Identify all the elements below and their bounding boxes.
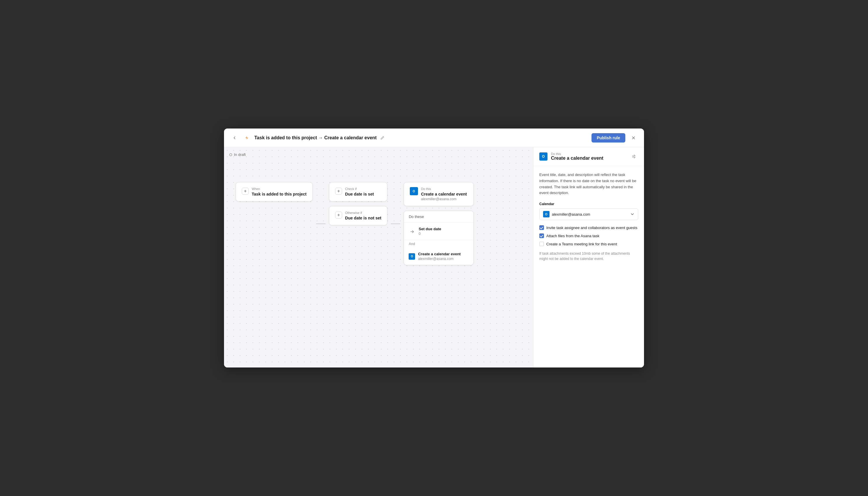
- when-node[interactable]: + When Task is added to this project: [236, 182, 313, 201]
- svg-text:O: O: [413, 190, 415, 193]
- checkbox-attach-box: [539, 233, 544, 238]
- description-text: Event title, date, and description will …: [539, 172, 638, 196]
- outlook-icon-sm: O: [409, 253, 415, 260]
- create-calendar-subtitle: alexmiller@asana.com: [418, 257, 461, 261]
- otherwise-node-text: Otherwise if Due date is not set: [345, 211, 381, 220]
- calendar-select[interactable]: O alexmiller@asana.com: [539, 208, 638, 220]
- edit-icon[interactable]: [379, 135, 385, 141]
- lightning-button[interactable]: [242, 133, 251, 142]
- modal-header: Task is added to this project → Create a…: [224, 128, 644, 147]
- connector-line-2: [391, 223, 400, 224]
- when-plus-icon: +: [242, 188, 249, 195]
- do-this-title: Create a calendar event: [421, 192, 467, 197]
- check-node-text: Check if Due date is set: [345, 187, 374, 197]
- side-panel-header: O Do this Create a calendar event: [534, 147, 644, 166]
- and-label: And: [404, 240, 473, 248]
- when-title: Task is added to this project: [252, 192, 306, 197]
- when-label: When: [252, 187, 306, 190]
- action-column: O Do this Create a calendar event alexmi…: [404, 182, 474, 265]
- checkbox-teams-box: [539, 242, 544, 246]
- checkbox-group: Invite task assignee and collaborators a…: [539, 225, 638, 246]
- checkbox-teams-label: Create a Teams meeting link for this eve…: [546, 242, 617, 246]
- checkbox-attach[interactable]: Attach files from the Asana task: [539, 233, 638, 238]
- do-these-block: Do these Set due date 0: [404, 211, 474, 265]
- create-calendar-item[interactable]: O Create a calendar event alexmiller@asa…: [404, 248, 473, 265]
- set-due-date-title: Set due date: [419, 227, 441, 231]
- connector-1: [313, 223, 329, 224]
- draft-circle-icon: [229, 153, 232, 156]
- check-column: + Check if Due date is set + Otherwise i…: [329, 182, 387, 225]
- otherwise-title: Due date is not set: [345, 216, 381, 220]
- do-this-node[interactable]: O Do this Create a calendar event alexmi…: [404, 182, 474, 206]
- info-text: If task attachments exceed 10mb some of …: [539, 251, 638, 261]
- create-calendar-text: Create a calendar event alexmiller@asana…: [418, 252, 461, 261]
- modal-wrapper: Task is added to this project → Create a…: [224, 128, 644, 368]
- checkbox-invite-label: Invite task assignee and collaborators a…: [546, 226, 637, 230]
- do-this-node-row: O Do this Create a calendar event alexmi…: [410, 187, 467, 201]
- check-plus-icon: +: [335, 188, 342, 195]
- side-panel-title: Create a calendar event: [551, 156, 625, 161]
- otherwise-node[interactable]: + Otherwise if Due date is not set: [329, 206, 387, 225]
- header-left: Task is added to this project → Create a…: [230, 133, 592, 142]
- check-title: Due date is set: [345, 192, 374, 197]
- draft-label: In draft: [234, 152, 245, 157]
- connector-2: [387, 223, 404, 224]
- check-node[interactable]: + Check if Due date is set: [329, 182, 387, 201]
- arrow-icon: [409, 228, 416, 235]
- connector-line-1: [316, 223, 326, 224]
- do-this-text: Do this Create a calendar event alexmill…: [421, 187, 467, 201]
- calendar-select-value: alexmiller@asana.com: [552, 212, 590, 217]
- checkbox-invite-box: [539, 225, 544, 230]
- do-this-label: Do this: [421, 187, 467, 190]
- side-panel: O Do this Create a calendar event Event …: [533, 147, 644, 368]
- do-this-subtitle: alexmiller@asana.com: [421, 197, 467, 201]
- calendar-select-left: O alexmiller@asana.com: [543, 211, 590, 217]
- set-due-date-value: 0: [419, 232, 441, 236]
- side-panel-label: Do this: [551, 152, 625, 156]
- side-panel-content: Event title, date, and description will …: [534, 166, 644, 368]
- expand-button[interactable]: [629, 152, 638, 161]
- create-calendar-title: Create a calendar event: [418, 252, 461, 256]
- draft-badge: In draft: [229, 152, 245, 157]
- close-button[interactable]: [629, 133, 638, 142]
- canvas-area: In draft + When Task is added to this pr…: [224, 147, 533, 368]
- check-node-row: + Check if Due date is set: [335, 187, 381, 197]
- check-label: Check if: [345, 187, 374, 190]
- do-these-header: Do these: [404, 211, 473, 223]
- set-due-date-item[interactable]: Set due date 0: [404, 223, 473, 240]
- modal-body: In draft + When Task is added to this pr…: [224, 147, 644, 368]
- when-node-text: When Task is added to this project: [252, 187, 306, 197]
- calendar-field-label: Calendar: [539, 202, 638, 206]
- side-panel-header-text: Do this Create a calendar event: [551, 152, 625, 161]
- header-right: Publish rule: [592, 133, 638, 142]
- outlook-icon-do-this: O: [410, 187, 418, 195]
- flow-container: + When Task is added to this project: [236, 182, 474, 265]
- checkbox-invite[interactable]: Invite task assignee and collaborators a…: [539, 225, 638, 230]
- calendar-select-icon: O: [543, 211, 550, 217]
- otherwise-node-row: + Otherwise if Due date is not set: [335, 211, 381, 220]
- checkbox-attach-label: Attach files from the Asana task: [546, 234, 599, 238]
- header-title: Task is added to this project → Create a…: [254, 135, 376, 140]
- otherwise-label: Otherwise if: [345, 211, 381, 215]
- chevron-down-icon: [630, 212, 634, 216]
- otherwise-plus-icon: +: [335, 212, 342, 219]
- back-button[interactable]: [230, 133, 239, 142]
- set-due-date-text: Set due date 0: [419, 227, 441, 236]
- checkbox-teams[interactable]: Create a Teams meeting link for this eve…: [539, 242, 638, 246]
- publish-button[interactable]: Publish rule: [592, 133, 625, 142]
- when-node-row: + When Task is added to this project: [242, 187, 306, 197]
- side-panel-outlook-icon: O: [539, 152, 548, 160]
